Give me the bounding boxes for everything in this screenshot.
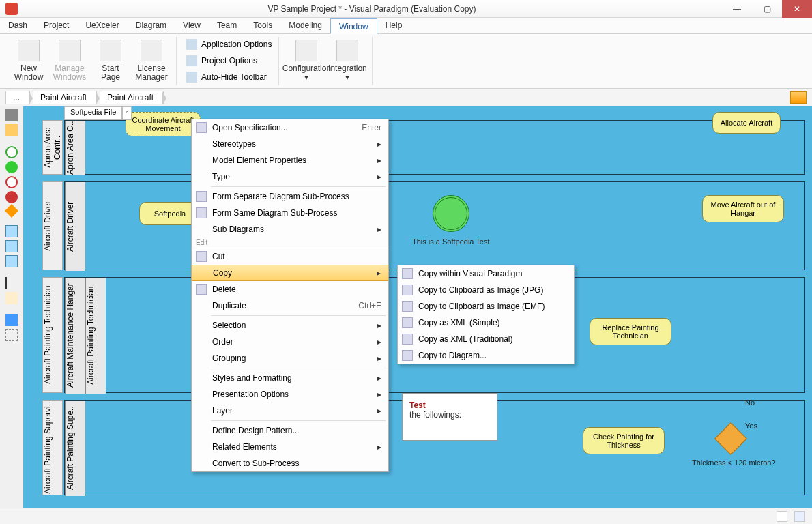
- submenu-item-copy-to-clipboard-as-image-jpg[interactable]: Copy to Clipboard as Image (JPG): [398, 282, 574, 298]
- menu-item-type[interactable]: Type▸: [192, 169, 388, 185]
- menu-uexceler[interactable]: UeXceler: [77, 18, 127, 33]
- menu-item-cut[interactable]: Cut: [192, 248, 388, 265]
- copy-icon: [402, 350, 413, 361]
- callout-icon[interactable]: [5, 314, 18, 326]
- task-moveout[interactable]: Move Aircraft out of Hangar: [702, 195, 784, 222]
- copy-icon: [402, 334, 413, 345]
- menu-item-stereotypes[interactable]: Stereotypes▸: [192, 136, 388, 152]
- menu-item-icon: [196, 284, 207, 295]
- close-button[interactable]: ✕: [782, 0, 812, 18]
- menu-item-form-same-diagram-sub-process[interactable]: Form Same Diagram Sub-Process: [192, 205, 388, 221]
- start-event-icon[interactable]: [5, 146, 18, 158]
- breadcrumb-item[interactable]: Paint Aircraft: [100, 91, 164, 104]
- menu-tools[interactable]: Tools: [245, 18, 280, 33]
- lane-label-apron-inner: Apron Area C..: [65, 121, 85, 175]
- submenu-item-copy-within-visual-paradigm[interactable]: Copy within Visual Paradigm: [398, 265, 574, 282]
- copy-icon: [402, 317, 413, 328]
- menu-item-convert-to-sub-process[interactable]: Convert to Sub-Process: [192, 455, 388, 471]
- menu-item-related-elements[interactable]: Related Elements▸: [192, 439, 388, 455]
- text-annotation[interactable]: Test the followings:: [402, 393, 497, 441]
- configuration-icon: [295, 40, 317, 61]
- submenu-item-copy-as-xml-simple[interactable]: Copy as XML (Simple): [398, 315, 574, 331]
- menu-item-duplicate[interactable]: DuplicateCtrl+E: [192, 297, 388, 314]
- view-switcher-icon[interactable]: [790, 91, 807, 104]
- new-window-button[interactable]: NewWindow: [8, 37, 49, 85]
- menu-window[interactable]: Window: [330, 18, 377, 34]
- menu-item-grouping[interactable]: Grouping▸: [192, 350, 388, 366]
- mail-icon[interactable]: [777, 511, 787, 522]
- project-options-button[interactable]: Project Options: [184, 53, 260, 68]
- menu-item-sub-diagrams[interactable]: Sub Diagrams▸: [192, 221, 388, 237]
- timer-event-icon[interactable]: [433, 195, 469, 232]
- submenu-item-copy-as-xml-traditional[interactable]: Copy as XML (Traditional): [398, 331, 574, 347]
- task-allocate[interactable]: Allocate Aircraft: [712, 112, 781, 134]
- configuration-button[interactable]: Configuration▾: [286, 37, 327, 85]
- menu-item-selection[interactable]: Selection▸: [192, 317, 388, 334]
- license-manager-button[interactable]: LicenseManager: [131, 37, 172, 85]
- start-page-button[interactable]: StartPage: [90, 37, 131, 85]
- menu-dash[interactable]: Dash: [0, 18, 35, 33]
- start-event-filled-icon[interactable]: [5, 161, 18, 173]
- menu-project[interactable]: Project: [35, 18, 77, 33]
- task-replace[interactable]: Replace Painting Technician: [590, 318, 671, 345]
- diagram-tab[interactable]: Softpedia File: [64, 106, 122, 120]
- lane-driver[interactable]: Aircraft Driver: [64, 181, 805, 270]
- menu-item-form-separate-diagram-sub-process[interactable]: Form Separate Diagram Sub-Process: [192, 188, 388, 205]
- tool-palette: [0, 106, 23, 508]
- menu-item-presentation-options[interactable]: Presentation Options▸: [192, 386, 388, 403]
- pool-label-driver: Aircraft Driver: [42, 181, 63, 270]
- manage-windows-button: ManageWindows: [49, 37, 90, 85]
- pool-label-painting-super: Aircraft Painting Supervi..: [42, 400, 63, 495]
- gateway-yes-label: Yes: [745, 422, 757, 430]
- diagram-canvas[interactable]: Softpedia File◦ Apron Area Contr.. Aircr…: [23, 106, 812, 508]
- application-options-button[interactable]: Application Options: [184, 37, 274, 52]
- menu-team[interactable]: Team: [209, 18, 245, 33]
- menu-item-delete[interactable]: Delete: [192, 281, 388, 297]
- tab-close-icon[interactable]: ◦: [122, 106, 132, 120]
- license-manager-icon: [141, 40, 162, 61]
- menubar: DashProjectUeXcelerDiagramViewTeamToolsM…: [0, 18, 812, 34]
- pool-icon[interactable]: [5, 225, 18, 237]
- menu-help[interactable]: Help: [377, 18, 411, 33]
- pool-label-painting-tech: Aircraft Painting Technician: [42, 277, 63, 393]
- task-coordinate[interactable]: Coordinate Aircraft Movement: [126, 112, 201, 136]
- group-icon[interactable]: [5, 329, 18, 341]
- task-check[interactable]: Check Painting for Thickness: [583, 427, 665, 454]
- menu-item-define-design-pattern[interactable]: Define Design Pattern...: [192, 422, 388, 439]
- cursor-tool-icon[interactable]: [5, 109, 18, 121]
- ribbon: NewWindowManageWindowsStartPageLicenseMa…: [0, 34, 812, 89]
- copy-icon: [402, 301, 413, 312]
- integration-button[interactable]: Integration▾: [327, 37, 368, 85]
- menu-item-open-specification[interactable]: Open Specification...Enter: [192, 119, 388, 136]
- manage-windows-icon: [59, 40, 81, 61]
- copy-icon: [402, 268, 413, 279]
- end-event-icon[interactable]: [5, 191, 18, 203]
- menu-item-icon: [196, 122, 207, 133]
- breadcrumb-item[interactable]: ...: [5, 91, 30, 104]
- lasso-tool-icon[interactable]: [5, 124, 18, 136]
- menu-modeling[interactable]: Modeling: [280, 18, 330, 33]
- minimize-button[interactable]: —: [722, 0, 752, 18]
- menu-item-layer[interactable]: Layer▸: [192, 403, 388, 419]
- menu-item-styles-and-formatting[interactable]: Styles and Formatting▸: [192, 370, 388, 386]
- data-icon[interactable]: [5, 292, 18, 304]
- menu-item-copy[interactable]: Copy▸: [192, 265, 388, 281]
- task-icon[interactable]: [5, 255, 18, 267]
- menu-diagram[interactable]: Diagram: [128, 18, 175, 33]
- menu-view[interactable]: View: [175, 18, 209, 33]
- auto-hide-toolbar-button[interactable]: Auto-Hide Toolbar: [184, 70, 270, 85]
- maximize-button[interactable]: ▢: [752, 0, 782, 18]
- lane-icon[interactable]: [5, 240, 18, 252]
- menu-item-model-element-properties[interactable]: Model Element Properties▸: [192, 152, 388, 169]
- menu-item-order[interactable]: Order▸: [192, 334, 388, 350]
- breadcrumb: ...Paint AircraftPaint Aircraft: [0, 89, 812, 106]
- page-icon[interactable]: [794, 511, 805, 522]
- start-page-icon: [100, 40, 121, 61]
- intermediate-event-icon[interactable]: [5, 176, 18, 188]
- gateway-icon[interactable]: [5, 204, 18, 218]
- breadcrumb-item[interactable]: Paint Aircraft: [33, 91, 97, 104]
- note-body: the followings:: [409, 410, 490, 420]
- submenu-item-copy-to-diagram[interactable]: Copy to Diagram...: [398, 347, 574, 364]
- text-annotation-icon[interactable]: [5, 277, 18, 289]
- submenu-item-copy-to-clipboard-as-image-emf[interactable]: Copy to Clipboard as Image (EMF): [398, 298, 574, 315]
